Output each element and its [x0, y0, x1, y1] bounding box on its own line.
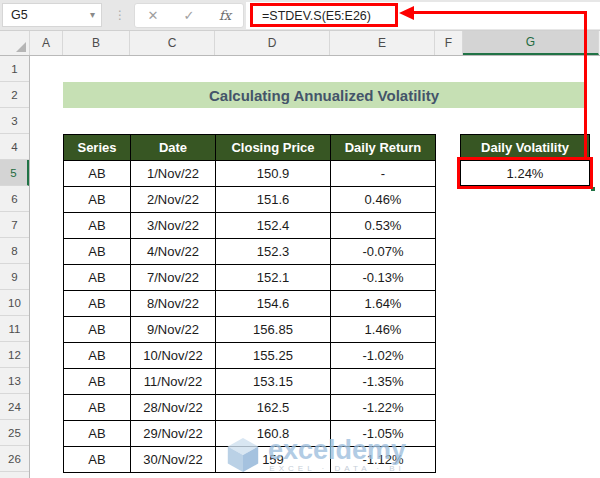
data-table: SeriesDateClosing PriceDaily ReturnAB1/N…	[63, 134, 436, 473]
table-cell[interactable]: AB	[64, 239, 131, 265]
table-cell[interactable]: -	[331, 161, 436, 187]
row-header-12[interactable]: 12	[0, 342, 29, 368]
column-header-B[interactable]: B	[63, 31, 130, 55]
table-cell[interactable]: -1.35%	[331, 369, 436, 395]
table-cell[interactable]: 152.3	[216, 239, 331, 265]
row-header-6[interactable]: 6	[0, 186, 29, 212]
row-header-25[interactable]: 25	[0, 420, 29, 446]
row-header-2[interactable]: 2	[0, 82, 29, 108]
table-cell[interactable]: 2/Nov/22	[131, 187, 216, 213]
column-headers: ABCDEFG	[0, 31, 600, 56]
select-all-icon	[16, 42, 26, 52]
table-cell[interactable]: AB	[64, 369, 131, 395]
table-cell[interactable]: -0.13%	[331, 265, 436, 291]
row-header-10[interactable]: 10	[0, 290, 29, 316]
table-cell[interactable]: AB	[64, 213, 131, 239]
table-cell[interactable]: 9/Nov/22	[131, 317, 216, 343]
table-cell[interactable]: -0.07%	[331, 239, 436, 265]
name-box[interactable]: G5 ▾	[2, 3, 102, 27]
table-cell[interactable]: 1/Nov/22	[131, 161, 216, 187]
insert-function-icon[interactable]: fx	[210, 8, 240, 23]
table-cell[interactable]: 28/Nov/22	[131, 395, 216, 421]
table-cell[interactable]: AB	[64, 421, 131, 447]
row-header-26[interactable]: 26	[0, 446, 29, 472]
table-cell[interactable]: 30/Nov/22	[131, 447, 216, 473]
row-header-7[interactable]: 7	[0, 212, 29, 238]
name-box-dropdown-icon[interactable]: ▾	[90, 9, 95, 20]
table-cell[interactable]: AB	[64, 291, 131, 317]
column-header-A[interactable]: A	[30, 31, 63, 55]
table-cell[interactable]: 160.8	[216, 421, 331, 447]
row-header-11[interactable]: 11	[0, 316, 29, 342]
table-cell[interactable]: AB	[64, 265, 131, 291]
row-headers: 12345678910111213242526	[0, 56, 30, 478]
table-cell[interactable]: AB	[64, 447, 131, 473]
annotation-arrow-line-vertical	[584, 11, 587, 158]
table-cell[interactable]: 8/Nov/22	[131, 291, 216, 317]
spreadsheet-window: G5 ▾ ⋮ ✕ ✓ fx =STDEV.S(E5:E26) ABCDEFG 1…	[0, 0, 600, 478]
table-cell[interactable]: AB	[64, 161, 131, 187]
table-cell[interactable]: -1.05%	[331, 421, 436, 447]
column-header-D[interactable]: D	[215, 31, 330, 55]
table-cell[interactable]: 155.25	[216, 343, 331, 369]
column-header-E[interactable]: E	[330, 31, 435, 55]
table-cell[interactable]: 154.6	[216, 291, 331, 317]
cancel-icon[interactable]: ✕	[138, 8, 168, 23]
column-header-F[interactable]: F	[435, 31, 463, 55]
row-header-8[interactable]: 8	[0, 238, 29, 264]
table-cell[interactable]: 0.46%	[331, 187, 436, 213]
enter-icon[interactable]: ✓	[174, 8, 204, 23]
table-cell[interactable]: AB	[64, 187, 131, 213]
table-cell[interactable]: 4/Nov/22	[131, 239, 216, 265]
table-header-cell[interactable]: Series	[64, 135, 131, 161]
table-header-cell[interactable]: Closing Price	[216, 135, 331, 161]
table-cell[interactable]: 152.4	[216, 213, 331, 239]
row-header-24[interactable]: 24	[0, 394, 29, 420]
row-header-9[interactable]: 9	[0, 264, 29, 290]
table-cell[interactable]: 0.53%	[331, 213, 436, 239]
table-cell[interactable]: 1.64%	[331, 291, 436, 317]
table-cell[interactable]: 159	[216, 447, 331, 473]
name-box-value: G5	[11, 8, 28, 22]
row-header-3[interactable]: 3	[0, 108, 29, 134]
table-cell[interactable]: 156.85	[216, 317, 331, 343]
table-cell[interactable]: 153.15	[216, 369, 331, 395]
table-cell[interactable]: 1.46%	[331, 317, 436, 343]
toolbar-separator-dots: ⋮	[114, 4, 126, 26]
row-header-13[interactable]: 13	[0, 368, 29, 394]
table-cell[interactable]: -1.02%	[331, 343, 436, 369]
table-header-cell[interactable]: Date	[131, 135, 216, 161]
table-cell[interactable]: 151.6	[216, 187, 331, 213]
annotation-formula-box	[250, 3, 398, 27]
row-header-4[interactable]: 4	[0, 134, 29, 160]
annotation-arrow-line-horizontal	[411, 11, 587, 14]
table-cell[interactable]: AB	[64, 343, 131, 369]
sheet-title-cell[interactable]: Calculating Annualized Volatility	[63, 82, 585, 108]
table-cell[interactable]: AB	[64, 395, 131, 421]
table-header-cell[interactable]: Daily Return	[331, 135, 436, 161]
table-cell[interactable]: AB	[64, 317, 131, 343]
formula-buttons: ✕ ✓ fx	[134, 3, 244, 28]
table-cell[interactable]: -1.22%	[331, 395, 436, 421]
table-cell[interactable]: 11/Nov/22	[131, 369, 216, 395]
table-cell[interactable]: 162.5	[216, 395, 331, 421]
row-header-5[interactable]: 5	[0, 160, 29, 186]
table-cell[interactable]: 150.9	[216, 161, 331, 187]
table-cell[interactable]: -1.12%	[331, 447, 436, 473]
annotation-result-box	[457, 157, 593, 189]
table-cell[interactable]: 7/Nov/22	[131, 265, 216, 291]
table-cell[interactable]: 152.1	[216, 265, 331, 291]
select-all-button[interactable]	[0, 31, 30, 55]
column-header-G[interactable]: G	[463, 31, 599, 55]
table-cell[interactable]: 10/Nov/22	[131, 343, 216, 369]
table-cell[interactable]: 3/Nov/22	[131, 213, 216, 239]
column-header-C[interactable]: C	[130, 31, 215, 55]
table-cell[interactable]: 29/Nov/22	[131, 421, 216, 447]
row-header-1[interactable]: 1	[0, 56, 29, 82]
